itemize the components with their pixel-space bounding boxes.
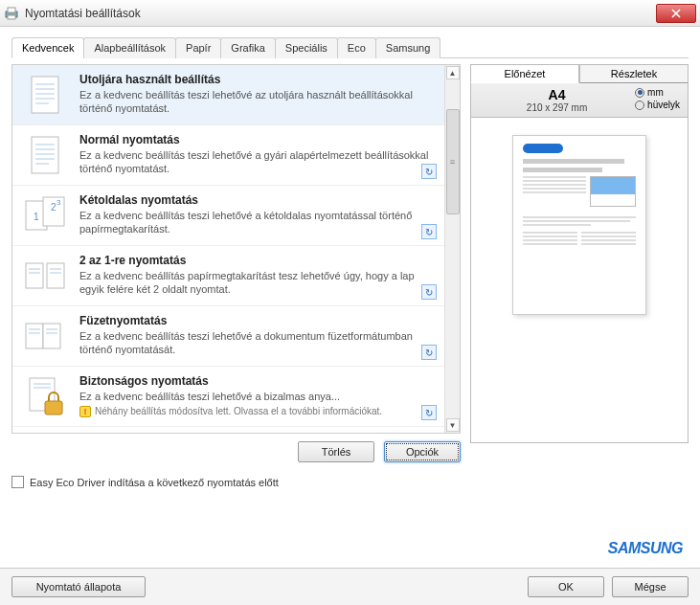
- unit-inch-radio[interactable]: hüvelyk: [635, 100, 680, 110]
- options-button[interactable]: Opciók: [384, 441, 461, 462]
- tab-papir[interactable]: Papír: [175, 37, 221, 58]
- tab-kedvencek[interactable]: Kedvencek: [11, 37, 84, 58]
- preview-line: [523, 168, 602, 172]
- favorite-title: Biztonságos nyomtatás: [79, 374, 437, 388]
- svg-rect-26: [26, 324, 43, 348]
- tab-details[interactable]: Részletek: [579, 64, 689, 83]
- favorite-desc: Ez a kedvenc beállítás teszi lehetővé az…: [79, 89, 437, 116]
- preview-image-icon: [590, 176, 636, 207]
- svg-rect-1: [8, 8, 15, 12]
- cancel-button[interactable]: Mégse: [612, 576, 689, 597]
- footer: Nyomtató állapota OK Mégse: [0, 568, 700, 605]
- unit-mm-label: mm: [647, 87, 664, 98]
- svg-rect-20: [26, 263, 43, 288]
- thumb-secure-icon: [18, 374, 72, 420]
- favorite-desc: Ez a kedvenc beállítás papírmegtakarítás…: [79, 270, 437, 297]
- paper-info: A4 210 x 297 mm mm hüvelyk: [470, 83, 689, 118]
- scroll-track[interactable]: [446, 80, 460, 417]
- unit-inch-label: hüvelyk: [647, 100, 680, 110]
- tab-eco[interactable]: Eco: [337, 37, 376, 58]
- favorite-desc: Ez a kedvenc beállítás teszi lehetővé a …: [79, 391, 437, 404]
- scrollbar[interactable]: ▲ ▼: [444, 65, 460, 433]
- svg-rect-2: [8, 15, 15, 19]
- svg-text:1: 1: [34, 212, 39, 222]
- favorites-list: Utoljára használt beállítás Ez a kedvenc…: [12, 65, 444, 433]
- apply-icon[interactable]: ↻: [421, 405, 437, 420]
- tab-specialis[interactable]: Speciális: [275, 37, 338, 58]
- preview-tabbar: Előnézet Részletek: [470, 64, 689, 83]
- favorite-title: Utoljára használt beállítás: [79, 73, 437, 86]
- favorite-item-booklet[interactable]: Füzetnyomtatás Ez a kedvenc beállítás te…: [12, 306, 444, 367]
- radio-dot-icon: [635, 101, 644, 110]
- favorite-item-secure[interactable]: Biztonságos nyomtatás Ez a kedvenc beáll…: [12, 367, 444, 427]
- favorite-item-last-used[interactable]: Utoljára használt beállítás Ez a kedvenc…: [12, 65, 444, 125]
- warning-icon: !: [79, 406, 91, 417]
- thumb-duplex-icon: 123: [18, 193, 72, 239]
- scroll-down-button[interactable]: ▼: [446, 418, 460, 432]
- scroll-thumb[interactable]: [446, 109, 460, 214]
- thumb-single-page-icon: [18, 73, 72, 119]
- favorite-title: Normál nyomtatás: [79, 133, 437, 146]
- svg-rect-27: [43, 324, 60, 348]
- favorite-desc: Ez a kedvenc beállítás teszi lehetővé a …: [79, 149, 437, 176]
- favorite-title: Kétoldalas nyomtatás: [79, 193, 437, 207]
- favorites-panel: Utoljára használt beállítás Ez a kedvenc…: [11, 64, 461, 434]
- printer-icon: [4, 6, 19, 21]
- apply-icon[interactable]: ↻: [421, 345, 437, 360]
- favorite-title: 2 az 1-re nyomtatás: [79, 254, 437, 267]
- close-button[interactable]: [656, 4, 696, 23]
- printer-status-button[interactable]: Nyomtató állapota: [11, 576, 146, 597]
- tab-samsung[interactable]: Samsung: [375, 37, 440, 58]
- thumb-booklet-icon: [18, 314, 72, 360]
- svg-rect-21: [47, 263, 64, 288]
- titlebar: Nyomtatási beállítások: [0, 0, 700, 27]
- main-tabbar: Kedvencek Alapbeállítások Papír Grafika …: [11, 36, 689, 58]
- favorite-item-2up[interactable]: 2 az 1-re nyomtatás Ez a kedvenc beállít…: [12, 246, 444, 306]
- radio-dot-icon: [635, 88, 644, 98]
- checkbox-icon[interactable]: [11, 476, 24, 488]
- eco-driver-label: Easy Eco Driver indítása a következő nyo…: [30, 477, 279, 488]
- favorite-desc: Ez a kedvenc beállítás teszi lehetővé a …: [79, 210, 437, 236]
- eco-driver-checkbox-row[interactable]: Easy Eco Driver indítása a következő nyo…: [11, 476, 461, 488]
- preview-page: [512, 135, 646, 315]
- tab-alapbeallitasok[interactable]: Alapbeállítások: [83, 37, 176, 58]
- unit-mm-radio[interactable]: mm: [635, 87, 680, 98]
- thumb-2up-icon: [18, 254, 72, 300]
- delete-button[interactable]: Törlés: [298, 441, 374, 462]
- svg-rect-9: [32, 137, 58, 173]
- favorite-desc: Ez a kedvenc beállítás teszi lehetővé a …: [79, 330, 437, 357]
- tab-preview[interactable]: Előnézet: [470, 64, 579, 83]
- favorite-item-duplex[interactable]: 123 Kétoldalas nyomtatás Ez a kedvenc be…: [12, 186, 444, 246]
- preview-logo-icon: [523, 144, 563, 153]
- favorite-warning: ! Néhány beállítás módosítva lett. Olvas…: [79, 406, 437, 417]
- favorite-item-normal[interactable]: Normál nyomtatás Ez a kedvenc beállítás …: [12, 125, 444, 186]
- thumb-single-page-icon: [18, 133, 72, 179]
- paper-name: A4: [479, 87, 635, 102]
- warning-text: Néhány beállítás módosítva lett. Olvassa…: [95, 406, 382, 416]
- svg-rect-35: [45, 401, 62, 415]
- svg-rect-3: [32, 77, 58, 113]
- preview-area: [470, 118, 689, 443]
- apply-icon[interactable]: ↻: [421, 284, 437, 300]
- tab-grafika[interactable]: Grafika: [220, 37, 275, 58]
- apply-icon[interactable]: ↻: [421, 224, 437, 239]
- ok-button[interactable]: OK: [528, 576, 604, 597]
- svg-text:3: 3: [56, 198, 61, 207]
- paper-dimensions: 210 x 297 mm: [479, 102, 635, 113]
- scroll-up-button[interactable]: ▲: [446, 66, 460, 79]
- apply-icon[interactable]: ↻: [421, 164, 437, 179]
- samsung-logo: SAMSUNG: [608, 540, 683, 557]
- window-title: Nyomtatási beállítások: [25, 7, 656, 20]
- favorite-title: Füzetnyomtatás: [79, 314, 437, 327]
- preview-line: [523, 159, 624, 164]
